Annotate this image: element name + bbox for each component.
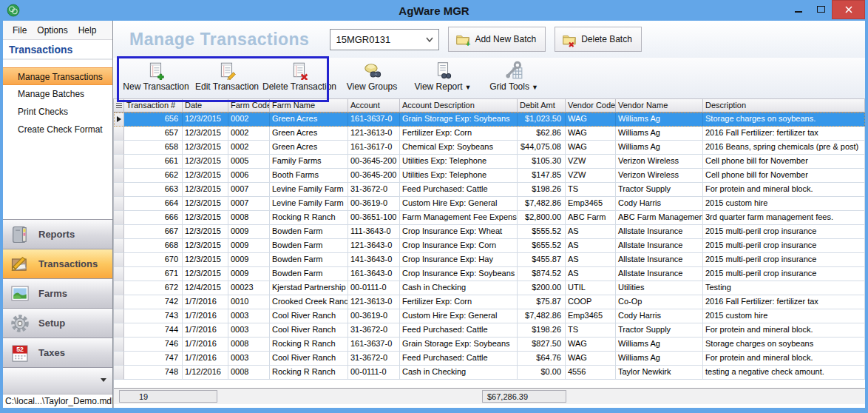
sidebar-nav: ReportsTransactionsFarmsSetup52Taxes — [3, 219, 112, 367]
cell-farm-code: 0007 — [228, 183, 270, 197]
cell-date: 12/3/2015 — [183, 183, 228, 197]
cell-date: 1/7/2016 — [183, 309, 228, 323]
column-header-vendor-name[interactable]: Vendor Name — [616, 98, 703, 113]
batch-dropdown[interactable]: 15MGR0131 — [330, 29, 439, 50]
table-row[interactable]: 66312/3/20150007Levine Family Farm31-367… — [114, 183, 865, 197]
cell-date: 1/12/2016 — [183, 366, 228, 380]
nav-button-transactions[interactable]: Transactions — [3, 249, 112, 278]
minimize-button[interactable] — [787, 0, 810, 18]
menu-options[interactable]: Options — [32, 25, 72, 36]
column-header-debit-amt[interactable]: Debit Amt — [518, 98, 566, 113]
cell-vendor-code: VZW — [566, 155, 616, 169]
row-indicator — [114, 141, 124, 155]
cell-debit-amt: $2,800.00 — [518, 211, 566, 225]
table-row[interactable]: 65812/3/20150002Green Acres161-3617-0Che… — [114, 141, 865, 155]
table-row[interactable]: 7431/7/20160003Cool River Ranch00-3619-0… — [114, 309, 865, 323]
view-report-button[interactable]: View Report▼ — [407, 58, 478, 96]
page-title: Manage Transactions — [129, 30, 309, 50]
table-row[interactable]: 7481/12/20160008Rocking R Ranch00-0111-0… — [114, 366, 865, 380]
cell-account: 00-0111-0 — [348, 366, 400, 380]
table-row[interactable]: 66812/3/20150009Bowden Farm121-3643-0Cro… — [114, 239, 865, 253]
dropdown-caret-icon: ▼ — [465, 84, 472, 91]
sidebar-item-print-checks[interactable]: Print Checks — [3, 103, 112, 121]
cell-vendor-name: Verizon Wireless — [616, 155, 703, 169]
cell-description: 2016 Beans, spring chemicals (pre & post… — [703, 141, 865, 155]
table-row[interactable]: 66712/3/20150009Bowden Farm111-3643-0Cro… — [114, 225, 865, 239]
table-row[interactable]: 66212/3/20150006Booth Farms00-3645-200Ut… — [114, 169, 865, 183]
view-report-icon — [433, 61, 452, 80]
table-row[interactable]: 67212/4/201500023Kjerstad Partnership00-… — [114, 281, 865, 295]
nav-label: Setup — [38, 318, 65, 329]
maximize-icon — [817, 6, 825, 13]
table-row[interactable]: 66412/3/20150007Levine Family Farm00-361… — [114, 197, 865, 211]
sidebar-item-manage-transactions[interactable]: Manage Transactions — [3, 67, 112, 85]
table-row[interactable]: 65612/3/20150002Green Acres161-3637-0Gra… — [114, 113, 865, 127]
row-indicator — [114, 366, 124, 380]
column-header-date[interactable]: Date — [183, 98, 228, 113]
sidebar-item-create-check-format[interactable]: Create Check Format — [3, 121, 112, 138]
cell-farm-name: Bowden Farm — [270, 239, 348, 253]
sidebar-options-strip[interactable] — [3, 367, 112, 394]
cell-vendor-name: Taylor Newkirk — [616, 366, 703, 380]
cell-date: 12/3/2015 — [183, 211, 228, 225]
cell-vendor-code: AS — [566, 225, 616, 239]
table-row[interactable]: 7441/7/20160003Cool River Ranch31-3672-0… — [114, 323, 865, 338]
cell-account-description: Feed Purchased: Cattle — [400, 352, 518, 366]
view-groups-button[interactable]: View Groups — [336, 58, 407, 96]
add-new-batch-button[interactable]: + Add New Batch — [448, 27, 546, 52]
table-row[interactable]: 66112/3/20150005Family Farms00-3645-200U… — [114, 155, 865, 169]
clipboard-pencil-icon — [9, 253, 31, 275]
row-indicator — [114, 323, 124, 338]
cell-debit-amt: $7,482.86 — [518, 309, 566, 323]
cell-description: 2015 multi-peril crop insurance — [703, 267, 865, 281]
nav-button-setup[interactable]: Setup — [3, 308, 112, 338]
cell-date: 12/3/2015 — [183, 197, 228, 211]
grid-tools-button[interactable]: Grid Tools▼ — [478, 58, 549, 96]
row-indicator — [114, 309, 124, 323]
cell-transaction: 671 — [124, 267, 183, 281]
nav-button-farms[interactable]: Farms — [3, 278, 112, 308]
table-row[interactable]: 66612/3/20150008Rocking R Ranch00-3651-1… — [114, 211, 865, 225]
column-header-description[interactable]: Description — [703, 98, 865, 113]
menu-file[interactable]: File — [7, 25, 32, 36]
table-row[interactable]: 7461/7/20160008Rocking R Ranch161-3637-0… — [114, 338, 865, 352]
cell-farm-code: 0008 — [228, 211, 270, 225]
row-indicator — [114, 352, 124, 366]
cell-description: For protein and mineral block. — [703, 183, 865, 197]
cell-account-description: Crop Insurance Exp: Corn — [400, 239, 518, 253]
column-header-account-description[interactable]: Account Description — [400, 98, 518, 113]
column-header-farm-code[interactable]: Farm Code — [228, 98, 270, 113]
cell-debit-amt: $105.30 — [518, 155, 566, 169]
minimize-icon — [795, 11, 802, 13]
table-row[interactable]: 65712/3/20150002Green Acres121-3613-0Fer… — [114, 127, 865, 141]
nav-button-taxes[interactable]: 52Taxes — [3, 338, 112, 367]
cell-description: 2015 custom hire — [703, 309, 865, 323]
cell-date: 1/7/2016 — [183, 295, 228, 309]
table-row[interactable]: 7471/7/20160003Cool River Ranch31-3672-0… — [114, 352, 865, 366]
column-header-account[interactable]: Account — [348, 98, 400, 113]
table-row[interactable]: 67112/3/20150009Bowden Farm161-3643-0Cro… — [114, 267, 865, 281]
nav-button-reports[interactable]: Reports — [3, 219, 112, 249]
new-transaction-button[interactable]: New Transaction — [121, 58, 191, 96]
cell-account: 161-3637-0 — [348, 338, 400, 352]
delete-batch-button[interactable]: Delete Batch — [555, 27, 642, 52]
delete-transaction-button[interactable]: Delete Transaction — [262, 58, 336, 96]
close-button[interactable] — [832, 0, 865, 19]
cell-vendor-name: Utilities — [616, 281, 703, 295]
cell-account-description: Custom Hire Exp: General — [400, 309, 518, 323]
table-row[interactable]: 67012/3/20150009Bowden Farm141-3643-0Cro… — [114, 253, 865, 267]
sidebar-panel-title: Transactions — [3, 40, 112, 60]
edit-transaction-button[interactable]: Edit Transaction — [191, 58, 262, 96]
column-chooser-icon[interactable] — [114, 98, 124, 113]
sidebar-item-manage-batches[interactable]: Manage Batches — [3, 85, 112, 103]
column-header-vendor-code[interactable]: Vendor Code — [566, 98, 616, 113]
cell-date: 12/3/2015 — [183, 127, 228, 141]
transaction-toolbar: New Transaction Edit Transaction — [113, 58, 865, 98]
table-row[interactable]: 7421/7/20160010Crooked Creek Ranch121-36… — [114, 295, 865, 309]
cell-debit-amt: $64.76 — [518, 352, 566, 366]
row-indicator — [114, 183, 124, 197]
maximize-button[interactable] — [810, 0, 832, 18]
menu-help[interactable]: Help — [73, 25, 102, 36]
column-header-farm-name[interactable]: Farm Name — [270, 98, 348, 113]
column-header-transaction[interactable]: Transaction # — [124, 98, 183, 113]
